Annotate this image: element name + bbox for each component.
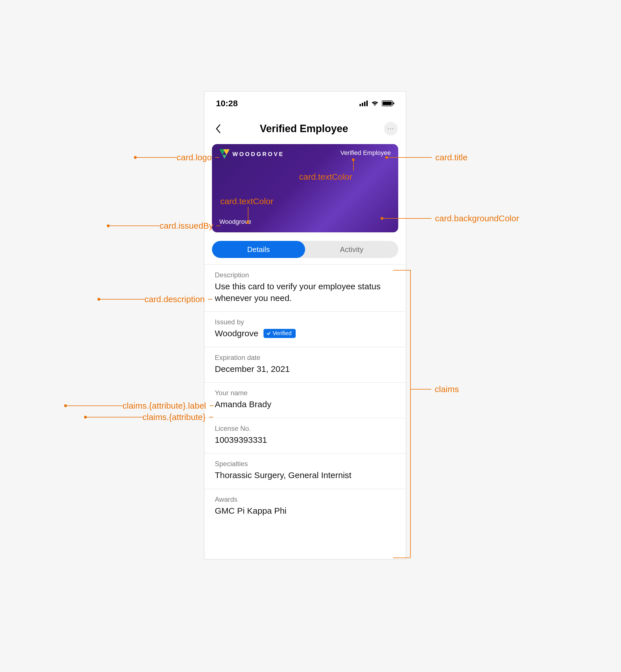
value-description: Use this card to verify your employee st… xyxy=(215,281,396,304)
woodgrove-logo-icon xyxy=(219,149,231,159)
annotation-claims-attr: claims.{attribute} xyxy=(84,412,213,422)
annotation-card-logo: card.logo xyxy=(134,152,219,162)
annotation-card-backgroundcolor: card.backgroundColor xyxy=(381,214,519,223)
tab-activity[interactable]: Activity xyxy=(305,241,398,258)
back-button[interactable] xyxy=(212,123,224,134)
annotation-claims-attr-label: claims.{attribute}.label xyxy=(64,401,214,411)
card-logo-text: WOODGROVE xyxy=(233,151,284,158)
wifi-icon xyxy=(371,100,379,106)
annotation-claims-bracket-bottom xyxy=(393,557,410,558)
credential-card[interactable]: WOODGROVE Verified Employee Woodgrove xyxy=(212,144,398,232)
annotation-card-textcolor-2: card.textColor xyxy=(220,196,274,206)
status-time: 10:28 xyxy=(216,98,238,108)
value-name: Amanda Brady xyxy=(215,399,396,410)
value-awards: GMC Pi Kappa Phi xyxy=(215,505,396,517)
svg-rect-2 xyxy=(364,102,366,106)
status-bar: 10:28 xyxy=(205,92,406,113)
section-awards: Awards GMC Pi Kappa Phi xyxy=(205,489,406,524)
svg-rect-1 xyxy=(362,103,363,106)
check-icon xyxy=(266,331,271,336)
annotation-claims-bracket-side xyxy=(410,270,411,557)
annotation-card-issuedby: card.issuedBy xyxy=(107,221,220,231)
section-name: Your name Amanda Brady xyxy=(205,383,406,418)
tabs: Details Activity xyxy=(212,241,398,258)
svg-rect-5 xyxy=(382,102,392,105)
tab-details[interactable]: Details xyxy=(212,241,305,258)
verified-badge: Verified xyxy=(263,329,296,338)
details-list: Description Use this card to verify your… xyxy=(205,264,406,524)
card-container: WOODGROVE Verified Employee Woodgrove xyxy=(205,141,406,238)
value-expiration: December 31, 2021 xyxy=(215,363,396,375)
chevron-left-icon xyxy=(215,124,221,133)
svg-marker-9 xyxy=(222,155,226,159)
more-button[interactable]: ··· xyxy=(384,122,398,136)
label-awards: Awards xyxy=(215,495,396,503)
annotation-dot-textcolor-1 xyxy=(352,158,355,161)
label-description: Description xyxy=(215,271,396,279)
battery-icon xyxy=(382,100,394,106)
section-license: License No. 10039393331 xyxy=(205,418,406,454)
card-logo: WOODGROVE xyxy=(219,149,284,159)
annotation-claims-bracket-top xyxy=(393,270,410,270)
value-issued-by: Woodgrove xyxy=(215,328,258,340)
section-description: Description Use this card to verify your… xyxy=(205,265,406,312)
verified-badge-text: Verified xyxy=(273,330,292,337)
annotation-claims: claims xyxy=(410,385,459,394)
label-specialties: Specialties xyxy=(215,460,396,468)
annotation-card-description: card.description xyxy=(97,295,212,304)
annotation-card-title: card.title xyxy=(385,152,467,162)
value-license: 10039393331 xyxy=(215,434,396,446)
label-license: License No. xyxy=(215,424,396,433)
nav-row: Verified Employee ··· xyxy=(205,113,406,141)
card-title: Verified Employee xyxy=(340,149,391,156)
phone-frame: 10:28 Verified Employee ··· WOODGROVE Ve… xyxy=(204,91,406,559)
svg-marker-8 xyxy=(223,149,230,155)
page-title: Verified Employee xyxy=(260,123,348,135)
label-expiration: Expiration date xyxy=(215,354,396,362)
annotation-dot-textcolor-2 xyxy=(246,221,249,224)
label-issued-by: Issued by xyxy=(215,318,396,326)
section-issued-by: Issued by Woodgrove Verified xyxy=(205,312,406,347)
status-icons xyxy=(360,100,394,106)
section-specialties: Specialties Thorassic Surgery, General I… xyxy=(205,454,406,489)
value-specialties: Thorassic Surgery, General Internist xyxy=(215,469,396,481)
label-name: Your name xyxy=(215,389,396,397)
svg-rect-0 xyxy=(360,104,361,106)
svg-rect-6 xyxy=(393,102,394,104)
svg-rect-3 xyxy=(366,100,368,106)
annotation-line-textcolor-2 xyxy=(248,207,248,221)
section-expiration: Expiration date December 31, 2021 xyxy=(205,347,406,383)
cellular-icon xyxy=(360,100,368,106)
annotation-line-textcolor-1 xyxy=(353,160,354,171)
annotation-card-textcolor-1: card.textColor xyxy=(299,172,353,182)
